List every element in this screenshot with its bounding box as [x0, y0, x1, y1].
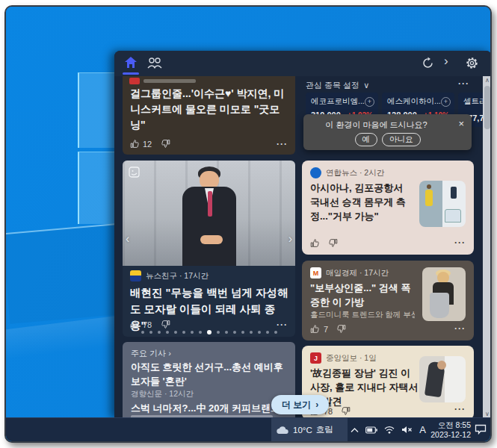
source-meta: 연합뉴스 · 2시간: [326, 168, 384, 178]
thumbs-down-icon[interactable]: [161, 320, 170, 329]
toast-yes-button[interactable]: 예: [355, 133, 378, 146]
source-meta: 중앙일보 · 1일: [326, 353, 377, 364]
chevron-right-icon: ›: [168, 349, 171, 358]
chevron-down-icon: ∨: [363, 81, 369, 90]
thumbs-down-icon[interactable]: [336, 324, 346, 334]
scrollbar-thumb[interactable]: [484, 86, 490, 129]
close-icon[interactable]: ×: [458, 118, 464, 129]
news-card-maeil[interactable]: M 매일경제 · 17시간 "보부상인줄..." 검색 폭증한 이 가방 홀드미…: [302, 261, 474, 340]
clock-date: 2023-12-12: [430, 430, 471, 440]
source-meta: 뉴스친구 · 17시간: [146, 271, 209, 281]
home-tab[interactable]: [124, 56, 138, 69]
source-logo-maeil: M: [310, 267, 321, 279]
see-more-button[interactable]: 더 보기 ›: [271, 395, 329, 414]
like-count: 78: [143, 320, 152, 329]
widgets-panel: › 걸그룹인줄...'이수근♥' 박지연, 미니스커트에 물오른 미모로 "굿모…: [114, 51, 492, 418]
source-logo-yonhap: [310, 167, 321, 178]
stocks-settings-button[interactable]: 관심 종목 설정 ∨: [306, 80, 369, 91]
taskbar-weather-widget[interactable]: 10°C 흐림: [271, 418, 348, 441]
headline[interactable]: 아시아나, 김포공항서 국내선 승객 몸무게 측정..."거부 가능": [310, 181, 415, 223]
more-options-icon[interactable]: ···: [454, 237, 466, 248]
story-headline[interactable]: 스벅 너마저?...中 20개 커피브랜드서 '발: [131, 401, 289, 415]
slideshow-icon: [129, 167, 140, 178]
action-center-button[interactable]: [475, 424, 487, 435]
stocks-settings-label: 관심 종목 설정: [306, 80, 359, 91]
people-icon: [147, 57, 162, 69]
see-more-label: 더 보기: [282, 399, 311, 411]
more-options-icon[interactable]: ···: [458, 78, 469, 89]
carousel-dots[interactable]: [123, 330, 295, 335]
story-headline[interactable]: 아직도 흐릿한 선거구...총선 예비후보자들 '혼란': [131, 360, 286, 388]
wallpaper-shadow: [4, 224, 129, 323]
stock-name: 에코프로비엠...: [311, 96, 365, 107]
toast-message: 이 환경이 마음에 드시나요?: [303, 119, 449, 131]
stock-name: 에스케이하이...: [387, 96, 441, 107]
news-thumbnail: [422, 267, 466, 321]
clipped-source-logo: [129, 78, 140, 84]
top-stories-card[interactable]: 주요 기사 › 아직도 흐릿한 선거구...총선 예비후보자들 '혼란' 경향신…: [123, 342, 295, 418]
news-card-carousel[interactable]: ‹ › 뉴스친구 · 17시간 배현진 "무능을 백번 넘게 자성해도 모자랄 …: [123, 161, 295, 337]
thumbs-up-icon[interactable]: [130, 320, 140, 329]
more-options-icon[interactable]: ···: [277, 139, 288, 149]
story-source: 경향신문 · 12시간: [131, 389, 194, 399]
carousel-next-button[interactable]: ›: [288, 232, 292, 246]
hidden-icons-chevron-icon[interactable]: [351, 427, 359, 433]
screenshot-frame: › 걸그룹인줄...'이수근♥' 박지연, 미니스커트에 물오른 미모로 "굿모…: [4, 5, 492, 443]
news-thumbnail: [419, 356, 466, 402]
more-options-icon[interactable]: ···: [454, 323, 466, 334]
home-icon: [124, 56, 138, 69]
thumbs-up-icon[interactable]: [130, 139, 140, 149]
thumbs-up-icon[interactable]: [310, 238, 320, 248]
headline[interactable]: "보부상인줄..." 검색 폭증한 이 가방: [310, 281, 413, 309]
clipped-source-text: [143, 79, 196, 83]
settings-button[interactable]: [466, 57, 478, 69]
system-tray: A: [351, 418, 426, 441]
headline-subtext: 홀드미니룩 트렌드와 함께 부상 ...: [310, 310, 415, 320]
widgets-header: ›: [114, 51, 492, 76]
thumbs-up-icon[interactable]: [310, 324, 320, 334]
section-title[interactable]: 주요 기사: [131, 349, 166, 358]
thumbs-down-icon[interactable]: [161, 139, 170, 149]
network-icon[interactable]: [384, 426, 395, 434]
expand-button[interactable]: ›: [444, 54, 448, 69]
news-photo: [123, 161, 295, 266]
news-card-girl-group[interactable]: 걸그룹인줄...'이수근♥' 박지연, 미니스커트에 물오른 미모로 "굿모닝"…: [123, 76, 295, 155]
thumbs-down-icon[interactable]: [328, 238, 338, 248]
feedback-toast: 이 환경이 마음에 드시나요? × 예 아니요: [303, 114, 472, 150]
source-logo-joongang: J: [310, 352, 321, 364]
toast-no-button[interactable]: 아니요: [382, 133, 421, 146]
refresh-button[interactable]: [422, 57, 434, 69]
chevron-left-icon: ‹: [126, 232, 129, 245]
taskbar-clock[interactable]: 오전 8:55 2023-12-12: [430, 420, 471, 440]
chevron-right-icon: ›: [288, 232, 292, 245]
ime-indicator[interactable]: A: [419, 424, 426, 435]
weather-condition: 흐림: [316, 424, 333, 435]
more-options-icon[interactable]: ···: [454, 404, 466, 414]
scroll-down-icon[interactable]: ∨: [483, 411, 492, 417]
volume-muted-icon[interactable]: [401, 426, 413, 434]
clock-time: 오전 8:55: [430, 420, 471, 430]
widgets-feed: 걸그룹인줄...'이수근♥' 박지연, 미니스커트에 물오른 미모로 "굿모닝"…: [114, 76, 492, 418]
notification-icon: [475, 424, 487, 435]
following-tab[interactable]: [147, 57, 162, 69]
like-count: 12: [143, 140, 152, 149]
scroll-up-icon[interactable]: ∧: [483, 77, 492, 84]
battery-icon[interactable]: [365, 426, 377, 434]
source-logo-newsfriend: [130, 270, 141, 281]
thumbs-down-icon[interactable]: [341, 406, 351, 416]
chevron-right-icon: ›: [444, 54, 448, 68]
news-card-yonhap[interactable]: 연합뉴스 · 2시간 아시아나, 김포공항서 국내선 승객 몸무게 측정..."…: [302, 161, 474, 255]
add-stock-icon[interactable]: +: [441, 97, 451, 107]
refresh-icon: [422, 57, 434, 69]
panel-scrollbar[interactable]: ∧ ∨: [483, 76, 492, 418]
weather-temperature: 10°C: [293, 426, 312, 435]
taskbar: 10°C 흐림 A 오전 8:55 2023-12-12: [6, 417, 490, 441]
chevron-right-icon: ›: [315, 399, 318, 410]
active-tab-underline: [123, 72, 139, 75]
headline[interactable]: 걸그룹인줄...'이수근♥' 박지연, 미니스커트에 물오른 미모로 "굿모닝": [130, 86, 288, 133]
add-stock-icon[interactable]: +: [365, 97, 374, 107]
gear-icon: [466, 57, 478, 69]
carousel-prev-button[interactable]: ‹: [126, 232, 129, 246]
more-options-icon[interactable]: ···: [277, 320, 288, 330]
news-thumbnail: [419, 181, 466, 227]
